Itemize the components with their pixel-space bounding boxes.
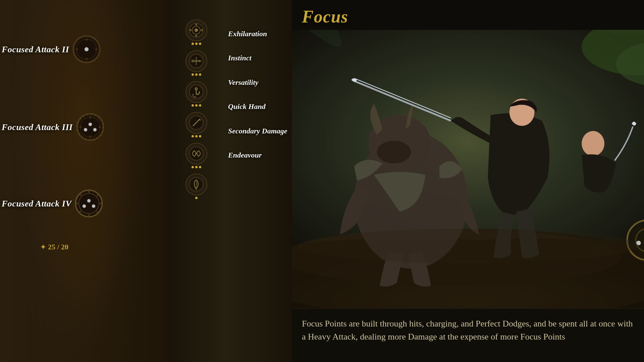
svg-point-25 [92, 204, 95, 208]
detail-title: Focus [292, 0, 644, 30]
svg-point-64 [377, 141, 411, 164]
quick-hand-dots [192, 135, 201, 137]
svg-point-68 [582, 131, 604, 156]
svg-point-23 [83, 204, 86, 208]
svg-point-53 [198, 156, 199, 157]
versatility-icon [185, 81, 207, 103]
skill-label-endeavour: Endeavour [225, 144, 292, 168]
svg-point-50 [194, 150, 195, 152]
detail-panel: Focus [292, 0, 644, 362]
svg-point-52 [198, 150, 199, 152]
skill-versatility[interactable] [168, 78, 225, 109]
versatility-dots [192, 104, 201, 107]
focused-attack-4-row[interactable]: Focused Attack IV [2, 189, 103, 218]
skill-exhilaration[interactable] [168, 17, 225, 48]
svg-point-28 [195, 28, 198, 32]
skill-label-instinct: Instinct [225, 47, 292, 71]
points-value: 25 / 20 [48, 243, 68, 251]
endeavour-icon [185, 174, 207, 195]
svg-point-31 [190, 29, 192, 31]
svg-point-30 [195, 35, 197, 37]
instinct-dots [192, 73, 201, 76]
skill-label-quick-hand: Quick Hand [225, 96, 292, 120]
svg-point-51 [194, 156, 195, 157]
quick-hand-icon [185, 112, 207, 134]
svg-point-10 [93, 128, 97, 131]
left-panel: Focused Attack II Focused Attack III [0, 0, 168, 362]
instinct-icon [185, 50, 207, 72]
svg-point-6 [78, 115, 102, 139]
skill-label-secondary-damage: Secondary Damage [225, 120, 292, 144]
skill-icons-panel [168, 0, 225, 362]
svg-point-29 [195, 23, 197, 25]
focused-attack-4-icon [75, 189, 103, 218]
skill-endeavour[interactable] [168, 171, 225, 202]
detail-description-text: Focus Points are built through hits, cha… [302, 319, 633, 342]
skill-instinct[interactable] [168, 48, 225, 78]
focused-attack-4-label: Focused Attack IV [2, 199, 71, 209]
skill-label-exhilaration: Exhilaration [225, 23, 292, 47]
points-icon: ✦ [40, 243, 46, 251]
points-counter: ✦ 25 / 20 [40, 243, 68, 251]
exhilaration-dots [192, 43, 201, 45]
endeavour-dots [195, 197, 198, 199]
svg-point-8 [84, 128, 87, 131]
focused-attack-3-label: Focused Attack III [2, 122, 73, 132]
svg-point-9 [89, 123, 92, 126]
secondary-damage-icon [185, 143, 207, 165]
focused-attack-3-icon [76, 113, 105, 141]
skill-quick-hand[interactable] [168, 109, 225, 140]
svg-point-4 [85, 47, 89, 51]
svg-point-24 [87, 199, 91, 202]
detail-description: Focus Points are built through hits, cha… [292, 308, 644, 362]
focused-attack-2-icon [72, 35, 101, 64]
svg-line-45 [194, 123, 196, 125]
skill-labels-panel: Exhilaration Instinct Versatility Quick … [225, 0, 292, 362]
focused-attack-2-label: Focused Attack II [2, 45, 69, 55]
secondary-damage-dots [192, 166, 201, 168]
svg-point-32 [201, 29, 203, 31]
focused-attack-3-row[interactable]: Focused Attack III [2, 113, 105, 141]
svg-point-56 [196, 188, 197, 190]
detail-image [292, 30, 644, 308]
svg-point-75 [297, 229, 639, 263]
exhilaration-icon [185, 19, 207, 41]
skill-label-versatility: Versatility [225, 71, 292, 96]
skill-secondary-damage[interactable] [168, 140, 225, 171]
focused-attack-2-row[interactable]: Focused Attack II [2, 35, 101, 64]
